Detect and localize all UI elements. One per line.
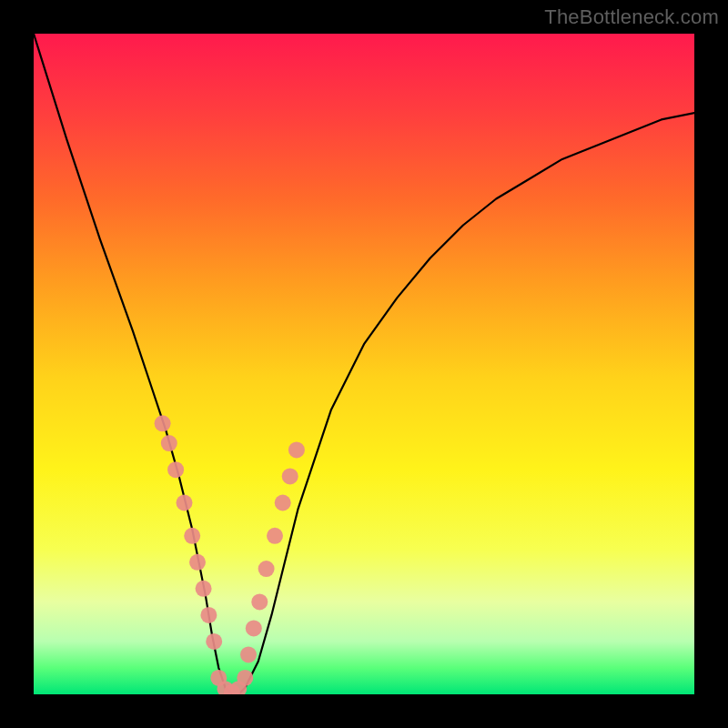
highlight-dot bbox=[189, 554, 206, 571]
highlight-dot bbox=[275, 495, 291, 511]
highlight-dot bbox=[184, 528, 200, 544]
highlight-dot bbox=[251, 593, 268, 610]
highlight-dot bbox=[240, 646, 257, 662]
highlight-dot bbox=[246, 620, 262, 636]
highlight-dot bbox=[177, 495, 193, 511]
bottleneck-curve bbox=[34, 34, 694, 694]
highlight-dot bbox=[155, 415, 171, 431]
highlight-dot bbox=[206, 633, 222, 650]
highlight-dot bbox=[200, 607, 217, 623]
plot-area bbox=[34, 34, 694, 694]
highlight-dot bbox=[167, 461, 184, 478]
chart-frame: TheBottleneck.com bbox=[0, 0, 728, 728]
highlight-dot bbox=[288, 441, 305, 458]
highlight-dot bbox=[237, 670, 253, 686]
highlight-dot bbox=[258, 561, 275, 577]
watermark-text: TheBottleneck.com bbox=[544, 5, 719, 29]
highlight-dot bbox=[161, 435, 177, 451]
highlight-dot bbox=[267, 528, 283, 544]
highlight-dot bbox=[282, 468, 298, 484]
chart-svg bbox=[34, 34, 694, 694]
highlight-dot bbox=[196, 581, 212, 597]
